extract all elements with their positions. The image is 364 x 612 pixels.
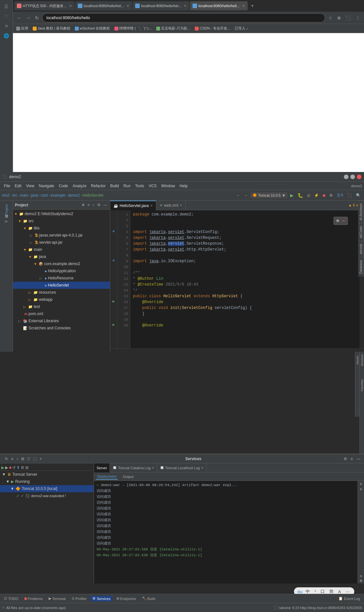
menu-refactor[interactable]: Refactor (89, 183, 108, 189)
editor-tab-servlet-close[interactable]: ✕ (150, 204, 153, 207)
scroll-settings-btn[interactable]: ≡ (360, 574, 362, 578)
bookmark-melon[interactable]: 瓜瓜电影-只为影... (155, 26, 192, 31)
svc-settings-btn[interactable]: ⚙ (343, 456, 348, 462)
browser-tab-3[interactable]: localhost:8080/hello/hel... ✕ (133, 1, 189, 10)
svc-env-btn[interactable]: ⊞ (25, 465, 29, 470)
back-nav-btn[interactable]: ← (235, 192, 241, 198)
close-button[interactable] (357, 175, 361, 179)
tree-src[interactable]: ▼ 📁 src (13, 217, 110, 225)
favorites-tab[interactable]: Favorites (360, 378, 364, 393)
browser-sidebar-icon-1[interactable]: ☰ (3, 3, 10, 10)
breadcrumb-main[interactable]: main (20, 193, 28, 198)
build-btn[interactable]: 🔨 Build (140, 596, 157, 601)
coverage-button[interactable]: ◎ (306, 192, 311, 198)
tree-hello-resource[interactable]: ▷ ● HelloResource (13, 275, 110, 282)
bookmark-java[interactable]: Java 教程 | 菜鸟教程 (31, 26, 72, 31)
subtab-output[interactable]: Output (122, 474, 135, 479)
layout-button[interactable]: ⬛ (346, 192, 353, 198)
panel-close-btn[interactable]: — (102, 202, 108, 207)
editor-tab-xml-close[interactable]: ✕ (180, 203, 182, 207)
code-content[interactable]: package com.example.demo2; import jakart… (130, 210, 359, 349)
structure-tab-right[interactable]: Structure (360, 353, 364, 368)
im-more-btn[interactable]: ⋯ (344, 589, 351, 594)
menu-file[interactable]: File (2, 183, 12, 189)
output-tab-server[interactable]: Server (94, 463, 110, 472)
svc-expand-panel-btn[interactable]: ∧ (349, 456, 354, 462)
debug-button[interactable]: 🐛 (296, 192, 304, 199)
bookmark-bili[interactable]: 哔哩哔哩 (゜-゜)つ... (113, 26, 153, 31)
menu-vcs[interactable]: VCS (147, 183, 159, 189)
tab1-close[interactable]: ✕ (69, 4, 72, 8)
svc-running-label-btn[interactable]: ▶ (5, 465, 8, 470)
browser-tab-4[interactable]: localhost:8080/hello/hell... ✕ (190, 1, 248, 10)
expand-btn[interactable]: ↕ (92, 202, 96, 207)
svc-stop-btn[interactable]: ■ (9, 465, 11, 470)
output-content[interactable]: ✓ demo2:war → [2021-05-06 08:26:54,242] … (94, 481, 358, 583)
menu-navigate[interactable]: Navigate (37, 183, 56, 189)
event-log-btn[interactable]: 📋 Event Log (336, 596, 362, 601)
svc-list-btn[interactable]: ≡ (10, 456, 14, 462)
output-tab-localhost-close[interactable]: ✕ (201, 466, 204, 470)
scroll-up-btn[interactable]: ∧ (359, 482, 362, 486)
profile-run-button[interactable]: ⚡ (313, 192, 320, 198)
browser-sidebar-icon-3[interactable]: ✕ (3, 22, 10, 30)
breadcrumb-mo2[interactable]: mo2 (2, 193, 9, 198)
tree-resources[interactable]: ▷ 📁 resources (13, 289, 110, 296)
tree-main[interactable]: ▼ 📁 main (13, 246, 110, 253)
browser-sidebar-icon-2[interactable]: ♡ (3, 12, 10, 20)
tree-servlet-api[interactable]: ▷ 🗜 javax.servlet-api-4.0.1.jar (13, 232, 110, 239)
run-config[interactable]: 🔶 Tomcat 10.0.5 ▼ (251, 192, 288, 198)
svc-group-btn[interactable]: ⊞ (20, 456, 25, 462)
svc-config-btn[interactable]: ⚙ (21, 465, 24, 470)
terminal-btn[interactable]: ▶ Terminal (47, 596, 68, 601)
menu-help[interactable]: Help (178, 183, 190, 189)
tree-test[interactable]: ▷ 📁 test (13, 303, 110, 310)
structure-tab-left[interactable]: 9路路 (3, 218, 10, 225)
forward-nav-btn[interactable]: → (243, 192, 249, 198)
svc-add-btn[interactable]: + (39, 456, 43, 462)
svc-deploy-btn[interactable]: ⬆ (17, 465, 20, 470)
menu-code[interactable]: Code (57, 183, 70, 189)
menu-analyze[interactable]: Analyze (71, 183, 88, 189)
svc-layout-btn[interactable]: ⬚ (32, 456, 38, 462)
panel-settings-btn[interactable]: ⚙ (96, 202, 101, 207)
svc-refresh-btn[interactable]: ↻ (4, 456, 9, 462)
bookmark-csdn[interactable]: CSDN - 专业开发... (194, 26, 231, 31)
profiler-btn[interactable]: ⊙ Profiler (70, 596, 89, 601)
svc-close-panel-btn[interactable]: — (356, 456, 361, 462)
profile-button[interactable]: ⊕ (336, 15, 342, 21)
menu-view[interactable]: View (24, 183, 36, 189)
tree-servlet-api2[interactable]: ▷ 🗜 servlet-api.jar (13, 239, 110, 246)
breadcrumb-com[interactable]: com (41, 193, 48, 198)
tree-pom[interactable]: m pom.xml (13, 310, 110, 317)
project-tab[interactable]: Project (4, 202, 9, 218)
tab4-close[interactable]: ✕ (242, 4, 245, 8)
scroll-down-btn[interactable]: ∨ (359, 487, 362, 491)
svc-start-btn[interactable]: ▶ (1, 465, 4, 470)
popup-close[interactable]: ✕ (343, 219, 345, 223)
breadcrumb-helloservlet[interactable]: HelloServlet (82, 193, 103, 198)
breadcrumb-demo2[interactable]: demo2 (68, 193, 80, 198)
endpoints-btn[interactable]: ⊞ Endpoints (114, 596, 138, 601)
editor-tab-webxml[interactable]: ✦ web.xml ✕ (156, 201, 186, 210)
browser-tab-1[interactable]: HTTP状态 500 - 内部服务... ✕ (14, 1, 75, 10)
subtab-deployment[interactable]: Deployment (96, 474, 118, 480)
output-tab-catalina[interactable]: 🔲 Tomcat Catalina Log ✕ (110, 463, 157, 472)
browser-sidebar-icon-4[interactable]: 🌐 (2, 32, 10, 40)
database-tab[interactable]: Database (358, 257, 364, 276)
tree-hello-servlet[interactable]: ● HelloServlet (13, 282, 110, 289)
services-btn[interactable]: ⚙ Services (90, 596, 112, 601)
tree-demo2[interactable]: ▼ 📁 demo2 E:\WebStudy\demo2 (13, 210, 110, 217)
new-tab-button[interactable]: + (248, 3, 256, 9)
locate-file-btn[interactable]: ⊕ (81, 202, 86, 207)
bookmark-imported[interactable]: 已导入 › (233, 26, 249, 31)
forward-button[interactable]: → (25, 15, 32, 21)
collapse-all-btn[interactable]: ≡ (87, 202, 90, 207)
bookmark-w3[interactable]: w3school 在线教程 (74, 26, 111, 31)
tree-java-folder[interactable]: ▼ 📁 java (13, 253, 110, 260)
search-button[interactable]: 🔍 (355, 192, 362, 198)
menu-edit[interactable]: Edit (13, 183, 23, 189)
back-button[interactable]: ← (16, 15, 23, 21)
star-button[interactable]: ☆ (327, 15, 334, 21)
minimize-button[interactable] (344, 175, 348, 179)
